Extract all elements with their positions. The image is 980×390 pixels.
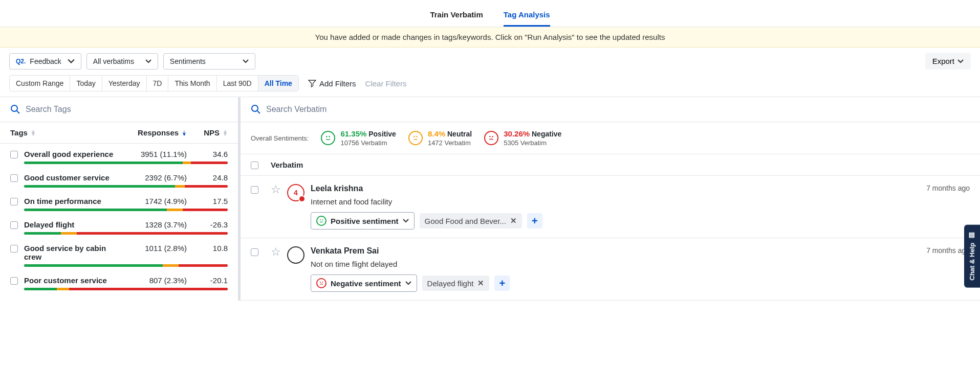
verbatim-filter-dropdown[interactable]: All verbatims [86, 53, 158, 70]
verbatim-text: Internet and food facility [311, 197, 970, 206]
verbatim-panel: Overall Sentiments: 61.35% Positive 1075… [241, 97, 980, 301]
date-filter-last-90d[interactable]: Last 90D [217, 76, 258, 91]
chevron-down-icon [68, 59, 75, 64]
tab-tag-analysis[interactable]: Tag Analysis [504, 6, 550, 27]
remove-tag-icon[interactable]: ✕ [477, 279, 484, 288]
tag-checkbox[interactable] [10, 198, 18, 205]
tags-panel: Tags▲▼ Responses▲▼ NPS▲▼ Overall good ex… [0, 97, 241, 301]
negative-face-icon [316, 278, 326, 288]
date-filter-custom-range[interactable]: Custom Range [10, 76, 70, 91]
column-header-nps[interactable]: NPS▲▼ [187, 128, 228, 137]
sentiment-bar [24, 264, 228, 267]
tag-nps: -20.1 [187, 276, 228, 285]
tag-responses: 1742 (4.9%) [120, 197, 187, 205]
tag-name[interactable]: Good service by cabin crew [24, 244, 120, 261]
svg-point-5 [329, 136, 331, 137]
filter-icon [308, 79, 316, 87]
clear-filters-button[interactable]: Clear Filters [365, 79, 407, 88]
tag-checkbox[interactable] [10, 174, 18, 182]
date-filter-today[interactable]: Today [70, 76, 102, 91]
search-verbatim-row [241, 97, 980, 122]
verbatim-time: 7 months ago [926, 246, 970, 256]
main-split: Tags▲▼ Responses▲▼ NPS▲▼ Overall good ex… [0, 97, 980, 301]
verbatim-tag-chip: Good Food and Bever...✕ [420, 213, 522, 228]
sentiment-dropdown[interactable]: Negative sentiment [311, 274, 417, 292]
add-filters-button[interactable]: Add Filters [308, 79, 356, 88]
tag-nps: 10.8 [187, 244, 228, 261]
search-verbatim-input[interactable] [266, 105, 970, 114]
tag-name[interactable]: On time performance [24, 197, 120, 205]
column-header-tags[interactable]: Tags▲▼ [10, 128, 120, 137]
svg-point-4 [326, 136, 328, 137]
search-icon [251, 104, 261, 114]
svg-point-0 [11, 105, 17, 111]
date-filter-7d[interactable]: 7D [147, 76, 169, 91]
tag-row: Overall good experience 3951 (11.1%) 34.… [0, 144, 238, 167]
chat-help-tab[interactable]: Chat & Help ▤ [964, 225, 980, 288]
tag-row: Good customer service 2392 (6.7%) 24.8 [0, 167, 238, 191]
smile-icon [321, 131, 335, 145]
sentiment-neutral: 8.4% Neutral 1472 Verbatim [408, 129, 472, 147]
avatar [287, 246, 304, 264]
svg-point-13 [320, 282, 321, 283]
verbatim-checkbox[interactable] [251, 186, 258, 194]
export-button[interactable]: Export [925, 53, 971, 70]
question-dropdown[interactable]: Q2. Feedback [9, 53, 81, 70]
svg-point-6 [413, 136, 415, 137]
svg-point-9 [489, 136, 491, 137]
view-dropdown[interactable]: Sentiments [163, 53, 255, 70]
tab-train-verbatim[interactable]: Train Verbatim [430, 6, 483, 27]
svg-point-2 [252, 105, 258, 111]
tag-checkbox[interactable] [10, 151, 18, 158]
remove-tag-icon[interactable]: ✕ [510, 216, 517, 225]
sentiment-negative: 30.26% Negative 5305 Verbatim [484, 129, 561, 147]
sentiment-dropdown[interactable]: Positive sentiment [311, 212, 415, 230]
date-filter-all-time[interactable]: All Time [258, 76, 298, 91]
column-header-responses[interactable]: Responses▲▼ [120, 128, 187, 137]
sort-icon: ▲▼ [223, 130, 228, 136]
tags-list: Overall good experience 3951 (11.1%) 34.… [0, 144, 238, 293]
date-filter-this-month[interactable]: This Month [168, 76, 216, 91]
tag-row: Poor customer service 807 (2.3%) -20.1 [0, 270, 238, 293]
tag-name[interactable]: Poor customer service [24, 276, 120, 285]
notice-banner: You have added or made changes in tags/k… [0, 27, 980, 48]
avatar: 4 [287, 184, 304, 201]
chevron-down-icon [145, 59, 151, 63]
svg-point-7 [416, 136, 418, 137]
tag-name[interactable]: Good customer service [24, 173, 120, 182]
verbatim-checkbox[interactable] [251, 248, 258, 256]
add-tag-button[interactable]: + [527, 213, 542, 228]
tag-row: On time performance 1742 (4.9%) 17.5 [0, 191, 238, 214]
overall-sentiments: Overall Sentiments: 61.35% Positive 1075… [241, 122, 980, 154]
search-tags-input[interactable] [26, 105, 228, 114]
tag-checkbox[interactable] [10, 221, 18, 229]
chevron-down-icon [957, 59, 964, 63]
question-label: Feedback [30, 57, 61, 65]
search-tags-row [0, 97, 238, 122]
svg-point-12 [322, 219, 323, 220]
toolbar: Q2. Feedback All verbatims Sentiments Ex… [0, 48, 980, 75]
tag-checkbox[interactable] [10, 277, 18, 285]
date-filter-yesterday[interactable]: Yesterday [102, 76, 147, 91]
verbatim-list: ☆ 4 Leela krishna 7 months ago Internet … [241, 176, 980, 301]
sentiment-bar [24, 209, 228, 211]
verbatim-text: Not on time flight delayed [311, 260, 970, 268]
tag-name[interactable]: Delayed flight [24, 220, 120, 229]
tag-responses: 1328 (3.7%) [120, 220, 187, 229]
sort-icon: ▲▼ [31, 130, 36, 136]
tag-responses: 807 (2.3%) [120, 276, 187, 285]
sentiment-bar [24, 288, 228, 290]
select-all-checkbox[interactable] [251, 162, 258, 169]
tag-nps: 34.6 [187, 150, 228, 158]
svg-line-3 [257, 111, 260, 113]
respondent-name: Leela krishna [311, 184, 363, 193]
tag-checkbox[interactable] [10, 245, 18, 253]
star-icon[interactable]: ☆ [271, 184, 281, 230]
svg-line-1 [17, 111, 19, 113]
star-icon[interactable]: ☆ [271, 246, 281, 292]
tag-responses: 1011 (2.8%) [120, 244, 187, 261]
add-tag-button[interactable]: + [494, 276, 510, 291]
filter-row: Custom RangeTodayYesterday7DThis MonthLa… [0, 75, 980, 97]
verbatim-time: 7 months ago [926, 184, 970, 193]
tag-name[interactable]: Overall good experience [24, 150, 120, 158]
